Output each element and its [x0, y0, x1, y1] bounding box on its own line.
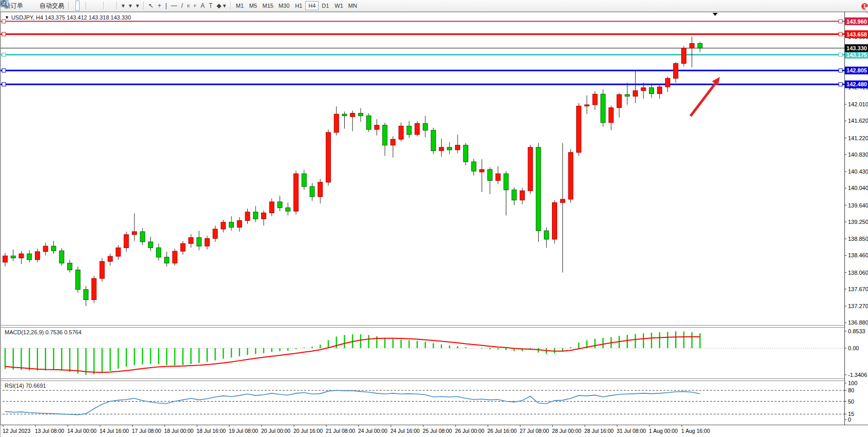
price-tag: 143.330 — [846, 45, 867, 51]
line-handle[interactable] — [2, 69, 6, 72]
navigator-button[interactable] — [29, 1, 33, 11]
text-label-tool-button[interactable]: T — [207, 1, 214, 11]
candle-body — [536, 147, 541, 231]
candle-body — [415, 123, 420, 135]
line-handle[interactable] — [2, 20, 6, 23]
candle-body — [504, 174, 508, 190]
add-indicator-button[interactable]: ▾ — [120, 1, 127, 11]
vertical-line-icon: | — [165, 3, 167, 9]
candle-body — [698, 44, 702, 48]
svg-text:-1.3406: -1.3406 — [848, 372, 867, 378]
line-handle[interactable] — [839, 69, 842, 72]
timeframe-m30-button[interactable]: M30 — [276, 1, 292, 10]
cursor-icon: ↖ — [148, 3, 153, 9]
toolbar: 新订单 自动交易 — [1, 0, 868, 12]
timeframe-mn-button[interactable]: MN — [346, 1, 360, 10]
time-label: 19 Jul 08:00 — [229, 428, 258, 434]
candle-body — [480, 169, 484, 172]
candle-body — [75, 270, 80, 290]
fibonacci-tool-button[interactable]: F — [192, 1, 199, 11]
candle-body — [278, 202, 282, 208]
candle-body — [189, 238, 193, 244]
timeframe-m5-button[interactable]: M5 — [247, 1, 260, 10]
candle-body — [350, 113, 355, 117]
cursor-tool-button[interactable]: ↖ — [146, 1, 155, 11]
line-handle[interactable] — [839, 83, 842, 86]
arrows-tool-button[interactable]: ◆▾ — [214, 1, 228, 11]
candle-body — [553, 203, 557, 239]
candle-body — [286, 208, 290, 212]
time-label: 13 Jul 08:00 — [35, 428, 64, 434]
candle-body — [512, 190, 517, 200]
svg-text:139.640: 139.640 — [848, 202, 868, 208]
timeframe-w1-button[interactable]: W1 — [332, 1, 346, 10]
zoom-in-button[interactable] — [89, 1, 93, 11]
profile-next-button[interactable] — [106, 1, 110, 11]
price-tag: 143.175 — [846, 52, 867, 58]
line-chart-button[interactable] — [80, 1, 84, 11]
bar-chart-button[interactable] — [71, 1, 75, 11]
auto-trading-button[interactable]: 自动交易 — [37, 1, 66, 11]
timeframe-h1-button[interactable]: H1 — [292, 1, 305, 10]
candle-body — [43, 246, 48, 252]
tile-windows-button[interactable] — [97, 1, 101, 11]
timeframe-d1-button[interactable]: D1 — [319, 1, 332, 10]
svg-text:142.010: 142.010 — [848, 101, 868, 107]
shapes-icon: ◆ — [216, 3, 221, 9]
timeframe-h4-button[interactable]: H4 — [305, 1, 319, 10]
chart-canvas[interactable]: 143.980143.590143.200142.800142.410142.0… — [1, 0, 868, 437]
candle-body — [674, 64, 678, 79]
candle-body — [641, 88, 646, 91]
time-label: 24 Jul 16:00 — [390, 428, 420, 434]
candle-body — [84, 290, 88, 300]
horizontal-line-tool-button[interactable]: — — [169, 1, 179, 11]
candle-body — [294, 174, 299, 211]
market-watch-button[interactable] — [25, 1, 29, 11]
timeframe-m1-button[interactable]: M1 — [233, 1, 247, 10]
time-label: 26 Jul 16:00 — [487, 428, 517, 434]
profile-prev-button[interactable] — [110, 1, 114, 11]
crosshair-tool-button[interactable]: + — [155, 1, 163, 11]
text-tool-button[interactable]: A — [199, 1, 207, 11]
timeframe-m15-button[interactable]: M15 — [260, 1, 276, 10]
candlestick-chart-button[interactable] — [75, 1, 80, 11]
trendline-tool-button[interactable]: / — [179, 1, 185, 11]
crosshair-icon: + — [157, 3, 161, 9]
search-button[interactable] — [856, 1, 860, 11]
candle-body — [11, 256, 15, 258]
svg-text:139.250: 139.250 — [848, 219, 868, 225]
terminal-button[interactable] — [33, 1, 37, 11]
channel-tool-button[interactable]: E — [185, 1, 192, 11]
candle-body — [665, 79, 670, 87]
candle-body — [310, 186, 314, 197]
svg-text:141.620: 141.620 — [848, 118, 868, 124]
candle-body — [407, 126, 411, 135]
candle-body — [205, 238, 209, 246]
candle-body — [229, 222, 234, 227]
time-label: 17 Jul 08:00 — [132, 428, 161, 434]
candle-body — [213, 229, 218, 238]
line-handle[interactable] — [2, 53, 6, 56]
svg-text:0.8533: 0.8533 — [848, 328, 865, 334]
zoom-out-button[interactable] — [93, 1, 97, 11]
svg-text:0.00: 0.00 — [848, 345, 859, 351]
candle-body — [568, 153, 573, 199]
svg-text:138.850: 138.850 — [848, 236, 868, 242]
time-label: 27 Jul 08:00 — [520, 428, 549, 434]
candle-body — [100, 261, 105, 278]
vertical-line-tool-button[interactable]: | — [163, 1, 169, 11]
candle-body — [447, 147, 452, 150]
line-handle[interactable] — [839, 32, 842, 36]
template-button[interactable]: ▾ — [134, 1, 141, 11]
candle-body — [423, 123, 428, 130]
line-handle[interactable] — [839, 53, 842, 56]
candle-body — [269, 202, 274, 213]
line-handle[interactable] — [2, 83, 6, 86]
line-handle[interactable] — [839, 20, 842, 23]
candle-body — [359, 113, 363, 116]
line-handle[interactable] — [2, 32, 6, 36]
time-label: 24 Jul 00:00 — [358, 428, 387, 434]
period-button[interactable]: ▾ — [127, 1, 134, 11]
candle-body — [116, 248, 121, 257]
candle-body — [221, 222, 226, 229]
